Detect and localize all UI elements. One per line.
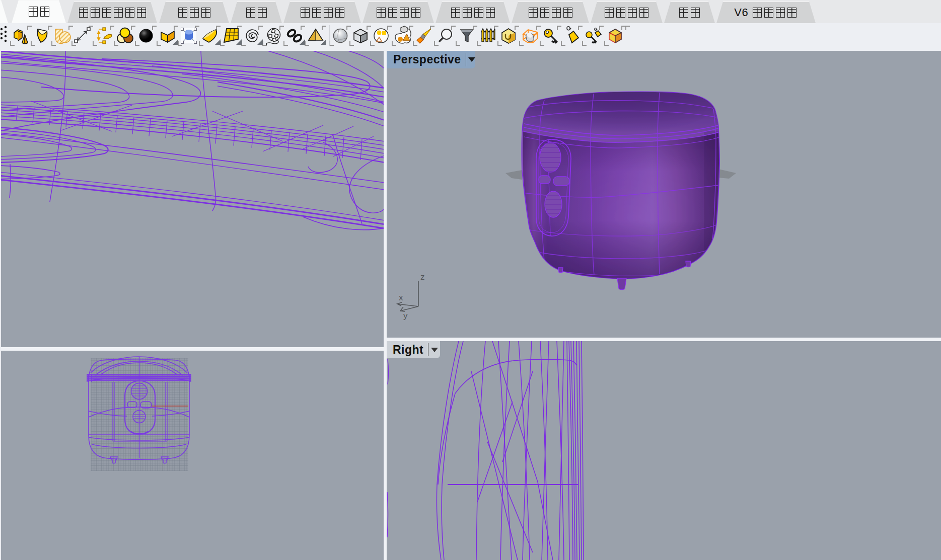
- svg-text:y: y: [403, 311, 408, 321]
- svg-text:z: z: [420, 272, 425, 282]
- svg-text:x: x: [399, 293, 403, 302]
